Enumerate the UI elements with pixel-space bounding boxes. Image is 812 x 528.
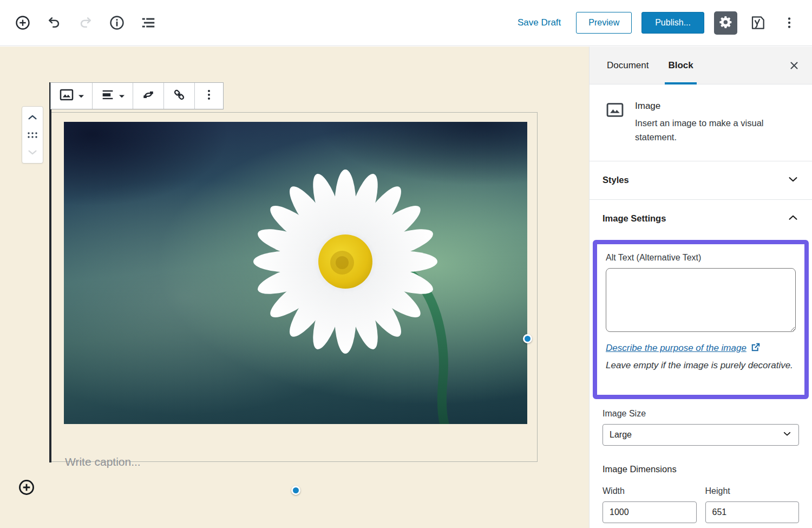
chevron-up-icon: [787, 212, 799, 226]
alt-text-help-text: Leave empty if the image is purely decor…: [606, 358, 796, 373]
height-label: Height: [705, 486, 800, 496]
alt-text-help-link[interactable]: Describe the purpose of the image: [606, 343, 746, 354]
external-link-icon: [750, 342, 761, 355]
inserter-button[interactable]: [12, 12, 34, 34]
plus-circle-icon: [15, 15, 31, 31]
info-circle-icon: [109, 15, 125, 31]
undo-button[interactable]: [43, 12, 65, 34]
image-dimensions-fields: Width Height: [603, 486, 799, 523]
save-draft-button[interactable]: Save Draft: [512, 13, 566, 32]
tab-block[interactable]: Block: [658, 47, 703, 84]
block-more-options-button[interactable]: [195, 83, 223, 109]
selected-image-block[interactable]: Write caption...: [50, 112, 538, 462]
settings-button[interactable]: [714, 11, 737, 35]
replace-image-button[interactable]: [133, 83, 164, 109]
redo-icon: [78, 15, 93, 30]
close-sidebar-button[interactable]: [786, 57, 802, 74]
ellipsis-vertical-icon: [202, 88, 215, 103]
block-mover: [22, 106, 43, 164]
daisy-image[interactable]: [64, 122, 527, 424]
tab-document[interactable]: Document: [597, 47, 658, 84]
editor-canvas: This is a daisy: [0, 47, 589, 528]
top-bar-left-tools: [12, 12, 159, 34]
sidebar-header: Document Block: [590, 47, 812, 84]
image-block-toolbar: [50, 82, 224, 109]
chevron-down-icon: [787, 173, 799, 187]
image-size-label: Image Size: [603, 409, 799, 419]
link-icon: [172, 87, 187, 105]
image-size-select[interactable]: Large: [603, 424, 799, 446]
close-icon: [788, 60, 800, 71]
list-view-icon: [140, 15, 156, 31]
image-settings-panel-title: Image Settings: [603, 213, 666, 224]
move-block-up-button[interactable]: [25, 110, 40, 125]
chevron-up-icon: [27, 112, 38, 123]
undo-icon: [47, 15, 62, 30]
drag-handle[interactable]: [25, 128, 40, 142]
top-bar-right-tools: Save Draft Preview Publish...: [512, 11, 800, 35]
block-card-title: Image: [635, 101, 797, 112]
yoast-seo-button[interactable]: [747, 12, 769, 34]
styles-panel-toggle[interactable]: Styles: [590, 161, 812, 199]
drag-dots-icon: [27, 131, 38, 139]
editor-top-bar: Save Draft Preview Publish...: [0, 0, 812, 46]
move-block-down-button[interactable]: [25, 145, 40, 159]
image-dimensions-label: Image Dimensions: [603, 464, 799, 474]
alignment-button[interactable]: [93, 83, 133, 109]
ellipsis-vertical-icon: [782, 16, 796, 30]
image-size-section: Image Size Large Image Dimensions Width …: [590, 399, 812, 523]
redo-button[interactable]: [75, 12, 96, 34]
block-switcher-button[interactable]: [51, 83, 93, 109]
alt-text-input[interactable]: [606, 268, 796, 332]
settings-sidebar: Document Block Image Insert an image to …: [589, 47, 812, 528]
preview-button[interactable]: Preview: [576, 12, 632, 34]
gear-icon: [719, 15, 733, 31]
publish-button[interactable]: Publish...: [641, 12, 704, 34]
image-block-icon: [58, 87, 75, 105]
block-navigation-button[interactable]: [137, 12, 159, 34]
alt-text-label: Alt Text (Alternative Text): [606, 253, 796, 263]
chevron-down-icon: [782, 429, 792, 441]
resize-handle-bottom[interactable]: [291, 486, 300, 495]
yoast-icon: [749, 14, 767, 31]
alignment-icon: [100, 87, 115, 105]
replace-icon: [141, 87, 156, 105]
caption-placeholder[interactable]: Write caption...: [65, 455, 141, 468]
more-options-button[interactable]: [778, 12, 800, 34]
append-block-button[interactable]: [18, 479, 35, 496]
width-input[interactable]: [603, 501, 697, 523]
content-structure-button[interactable]: [106, 12, 128, 34]
image-settings-panel-toggle[interactable]: Image Settings: [590, 199, 812, 238]
selected-block-left-border: [49, 82, 51, 462]
chevron-down-disabled-icon: [27, 146, 38, 158]
width-label: Width: [603, 486, 697, 496]
dropdown-caret-icon: [119, 91, 125, 101]
image-block-icon: [605, 100, 625, 145]
plus-circle-icon: [18, 490, 35, 498]
block-info-card: Image Insert an image to make a visual s…: [590, 84, 812, 161]
height-input[interactable]: [705, 501, 800, 523]
resize-handle-right[interactable]: [523, 334, 532, 343]
link-button[interactable]: [164, 83, 195, 109]
dropdown-caret-icon: [78, 91, 84, 101]
image-size-selected-value: Large: [610, 430, 632, 440]
block-card-description: Insert an image to make a visual stateme…: [635, 116, 797, 145]
alt-text-highlight-box: Alt Text (Alternative Text) Describe the…: [593, 240, 809, 399]
styles-panel-title: Styles: [603, 175, 629, 185]
